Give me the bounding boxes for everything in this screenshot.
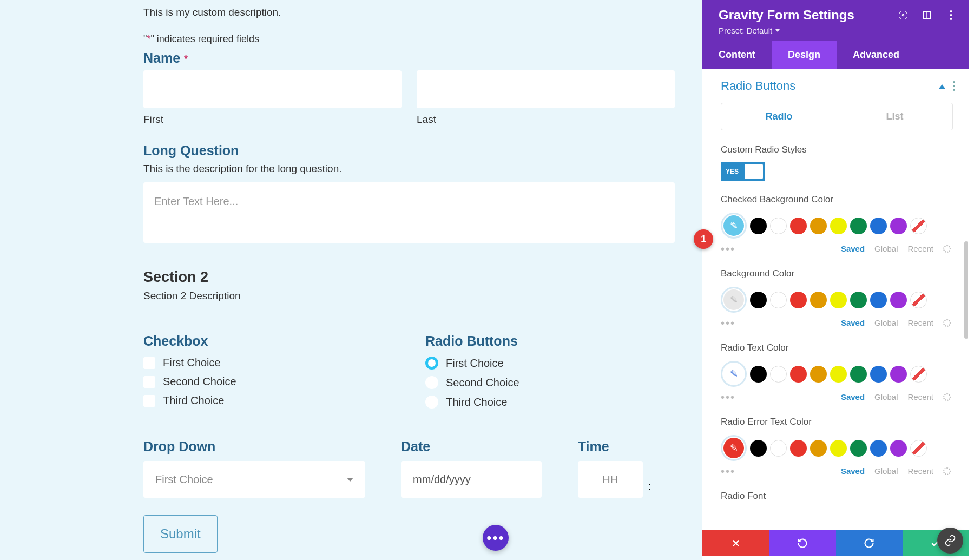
swatch-orange[interactable] xyxy=(810,292,827,308)
chevron-up-icon[interactable] xyxy=(939,81,945,91)
swatch-purple[interactable] xyxy=(890,366,907,383)
dots-icon[interactable]: ••• xyxy=(721,243,735,255)
swatch-teal[interactable] xyxy=(850,218,867,234)
swatch-none[interactable] xyxy=(910,292,927,308)
swatch-white[interactable] xyxy=(770,218,787,234)
radio-box[interactable] xyxy=(425,376,438,389)
dots-icon[interactable]: ••• xyxy=(721,465,735,478)
swatch-none[interactable] xyxy=(910,366,927,383)
recent-tab[interactable]: Recent xyxy=(907,466,933,476)
swatch-orange[interactable] xyxy=(810,366,827,383)
dropdown-select[interactable]: First Choice xyxy=(143,461,365,498)
checkbox-box[interactable] xyxy=(143,376,155,388)
recent-tab[interactable]: Recent xyxy=(907,392,933,401)
gear-icon[interactable] xyxy=(943,467,951,475)
gear-icon[interactable] xyxy=(943,393,951,401)
more-vertical-icon[interactable] xyxy=(953,81,955,91)
saved-tab[interactable]: Saved xyxy=(841,392,865,401)
swatch-purple[interactable] xyxy=(890,218,907,234)
swatch-teal[interactable] xyxy=(850,366,867,383)
swatch-none[interactable] xyxy=(910,440,927,457)
swatch-teal[interactable] xyxy=(850,440,867,457)
tab-advanced[interactable]: Advanced xyxy=(837,41,916,69)
saved-tab[interactable]: Saved xyxy=(841,466,865,476)
swatch-blue[interactable] xyxy=(870,292,887,308)
radio-item[interactable]: Second Choice xyxy=(425,376,675,389)
swatch-black[interactable] xyxy=(750,218,767,234)
swatch-purple[interactable] xyxy=(890,292,907,308)
swatch-none[interactable] xyxy=(910,218,927,234)
radio-item[interactable]: Third Choice xyxy=(425,396,675,409)
radio-box-selected[interactable] xyxy=(425,357,438,370)
radio-box[interactable] xyxy=(425,396,438,409)
global-tab[interactable]: Global xyxy=(874,244,898,253)
recent-tab[interactable]: Recent xyxy=(907,318,933,327)
columns-icon[interactable] xyxy=(922,10,932,21)
date-input[interactable]: mm/dd/yyyy xyxy=(401,461,542,498)
dots-icon[interactable]: ••• xyxy=(721,391,735,404)
last-name-input[interactable] xyxy=(417,70,675,108)
swatch-black[interactable] xyxy=(750,440,767,457)
subtab-radio[interactable]: Radio xyxy=(721,103,837,130)
swatch-teal[interactable] xyxy=(850,292,867,308)
more-fab-button[interactable]: ••• xyxy=(483,525,509,551)
swatch-yellow[interactable] xyxy=(830,218,847,234)
swatch-red[interactable] xyxy=(790,366,807,383)
global-tab[interactable]: Global xyxy=(874,318,898,327)
scrollbar[interactable] xyxy=(964,241,968,339)
gear-icon[interactable] xyxy=(943,245,951,253)
tab-content[interactable]: Content xyxy=(702,41,772,69)
dots-icon[interactable]: ••• xyxy=(721,317,735,330)
color-picker[interactable]: ✎ xyxy=(721,435,747,461)
global-tab[interactable]: Global xyxy=(874,466,898,476)
preset-dropdown[interactable]: Preset: Default xyxy=(719,26,956,35)
redo-button[interactable] xyxy=(836,530,903,556)
checkbox-box[interactable] xyxy=(143,395,155,407)
link-fab-button[interactable] xyxy=(937,528,963,554)
checkbox-box[interactable] xyxy=(143,357,155,369)
swatch-red[interactable] xyxy=(790,218,807,234)
submit-button[interactable]: Submit xyxy=(143,515,218,553)
saved-tab[interactable]: Saved xyxy=(841,318,865,327)
swatch-yellow[interactable] xyxy=(830,440,847,457)
panel-title: Gravity Form Settings xyxy=(719,8,854,23)
swatch-yellow[interactable] xyxy=(830,366,847,383)
checkbox-item[interactable]: Third Choice xyxy=(143,394,393,407)
swatch-black[interactable] xyxy=(750,366,767,383)
swatch-red[interactable] xyxy=(790,440,807,457)
section2-head: Section 2 xyxy=(143,269,675,286)
section-title[interactable]: Radio Buttons xyxy=(721,79,795,93)
swatch-white[interactable] xyxy=(770,366,787,383)
swatch-white[interactable] xyxy=(770,292,787,308)
swatch-blue[interactable] xyxy=(870,440,887,457)
focus-icon[interactable] xyxy=(898,10,909,21)
swatch-orange[interactable] xyxy=(810,440,827,457)
time-hh-input[interactable]: HH xyxy=(578,461,643,498)
checkbox-item[interactable]: First Choice xyxy=(143,357,393,369)
color-picker[interactable]: ✎ xyxy=(721,213,747,239)
gear-icon[interactable] xyxy=(943,319,951,327)
swatch-red[interactable] xyxy=(790,292,807,308)
long-question-input[interactable]: Enter Text Here... xyxy=(143,182,675,243)
swatch-white[interactable] xyxy=(770,440,787,457)
swatch-black[interactable] xyxy=(750,292,767,308)
swatch-purple[interactable] xyxy=(890,440,907,457)
tab-design[interactable]: Design xyxy=(772,41,837,69)
swatch-blue[interactable] xyxy=(870,366,887,383)
undo-button[interactable] xyxy=(769,530,835,556)
saved-tab[interactable]: Saved xyxy=(841,244,865,253)
global-tab[interactable]: Global xyxy=(874,392,898,401)
custom-styles-toggle[interactable]: YES xyxy=(721,162,765,181)
radio-item[interactable]: First Choice xyxy=(425,357,675,370)
color-picker[interactable]: ✎ xyxy=(721,287,747,313)
swatch-yellow[interactable] xyxy=(830,292,847,308)
subtab-list[interactable]: List xyxy=(837,103,952,130)
color-picker[interactable]: ✎ xyxy=(721,361,747,387)
swatch-blue[interactable] xyxy=(870,218,887,234)
first-name-input[interactable] xyxy=(143,70,402,108)
recent-tab[interactable]: Recent xyxy=(907,244,933,253)
swatch-orange[interactable] xyxy=(810,218,827,234)
more-vertical-icon[interactable] xyxy=(945,10,956,21)
cancel-button[interactable] xyxy=(702,530,769,556)
checkbox-item[interactable]: Second Choice xyxy=(143,375,393,388)
